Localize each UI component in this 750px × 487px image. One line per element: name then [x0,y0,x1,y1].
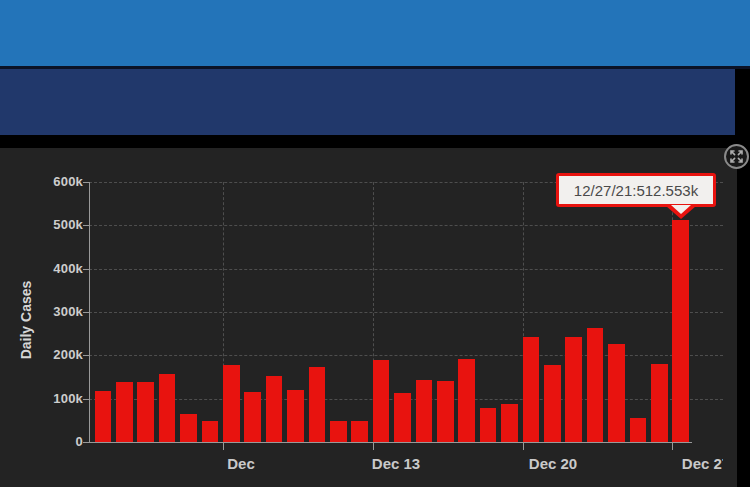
navigation-bar [0,69,735,135]
chart-bar[interactable] [137,382,154,442]
y-tick-label: 0 [31,434,83,449]
chart-bar[interactable] [116,382,133,442]
chart-bar[interactable] [373,360,390,442]
chart-bar[interactable] [394,393,411,442]
chart-bar[interactable] [180,414,197,442]
x-axis-tick [672,442,673,450]
x-axis-tick [523,442,524,450]
app-window: Daily Cases 0100k200k300k400k500k600kDec… [0,0,750,487]
chart-bar[interactable] [608,344,625,442]
chart-bar[interactable] [202,421,219,442]
chart-bar[interactable] [565,337,582,442]
chart-tooltip-pointer-fill [671,205,691,214]
chart-bar[interactable] [95,391,112,442]
y-tick-label: 200k [31,347,83,362]
chart-bar[interactable] [330,421,347,442]
chart-bar[interactable] [416,380,433,442]
x-axis-tick [373,442,374,450]
daily-cases-chart-panel: Daily Cases 0100k200k300k400k500k600kDec… [0,148,737,487]
h-gridline [89,312,723,313]
chart-bar[interactable] [651,364,668,442]
h-gridline [89,225,723,226]
chart-bar[interactable] [523,337,540,442]
y-axis-line [89,182,90,443]
chart-bar[interactable] [309,367,326,442]
h-gridline [89,269,723,270]
y-tick-label: 400k [31,261,83,276]
chart-plot-area: Daily Cases 0100k200k300k400k500k600kDec… [0,148,723,487]
chart-bar[interactable] [672,220,689,442]
x-axis-line [89,442,692,443]
y-tick-label: 600k [31,174,83,189]
chart-bar[interactable] [159,374,176,442]
chart-bar[interactable] [458,359,475,442]
chart-bar[interactable] [223,365,240,442]
chart-bar[interactable] [244,392,261,442]
x-tick-label: Dec 27 [661,455,723,472]
y-tick-label: 500k [31,217,83,232]
chart-bar[interactable] [630,418,647,442]
chart-bar[interactable] [587,328,604,442]
chart-bar[interactable] [480,408,497,442]
chart-bar[interactable] [287,390,304,442]
chart-bar[interactable] [501,404,518,442]
chart-bar[interactable] [351,421,368,442]
x-tick-label: Dec 20 [508,455,598,472]
chart-tooltip: 12/27/21:512.553k [556,173,716,207]
y-tick-label: 300k [31,304,83,319]
top-header-bar [0,0,750,66]
x-tick-label: Dec [196,455,286,472]
expand-icon[interactable] [723,143,750,170]
h-gridline [89,355,723,356]
chart-bar[interactable] [437,381,454,442]
chart-bar[interactable] [266,376,283,442]
y-tick-label: 100k [31,391,83,406]
chart-bar[interactable] [544,365,561,442]
x-axis-tick [223,442,224,450]
x-tick-label: Dec 13 [351,455,441,472]
